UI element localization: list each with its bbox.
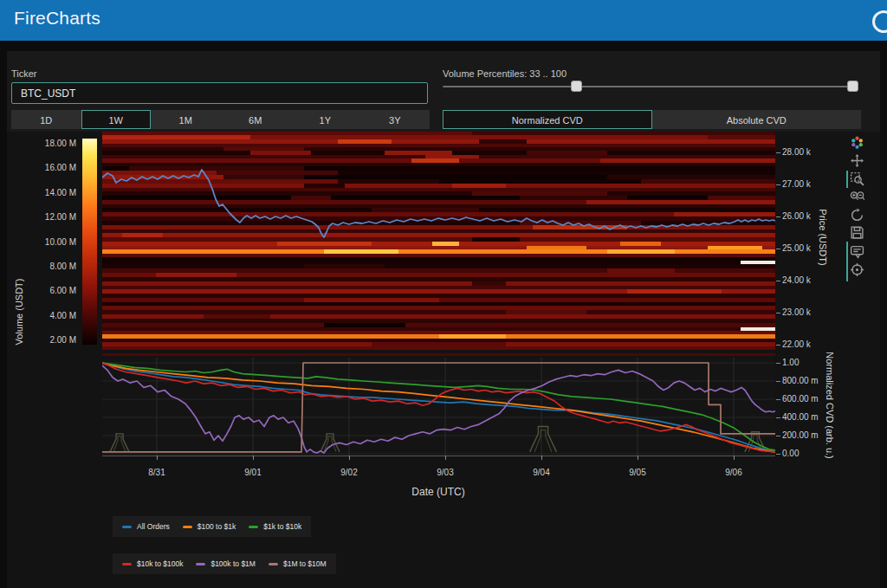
legend-label: $100 to $1k <box>197 522 236 531</box>
date-tick-label: 8/31 <box>135 468 178 477</box>
legend-item--1m-to-10m[interactable]: $1M to $10M <box>269 559 327 568</box>
legend-item--1k-to-10k[interactable]: $1k to $10k <box>249 522 301 531</box>
date-tick-label: 9/05 <box>616 468 659 477</box>
volume-percentiles-label: Volume Percentiles: 33 .. 100 <box>443 68 567 79</box>
tick-mark <box>776 249 780 249</box>
tick-mark <box>776 399 780 400</box>
date-tick-label: 9/04 <box>520 468 563 477</box>
legend-label: $1M to $10M <box>283 559 327 568</box>
volume-tick-label: 4.00 M <box>26 311 76 320</box>
price-tick-label: 25.00 k <box>782 243 811 253</box>
tick-mark <box>776 281 780 281</box>
legend-swatch <box>122 563 132 565</box>
colorbar-axis-title: Volume (USDT) <box>14 260 24 364</box>
date-tick-label: 9/02 <box>327 468 371 477</box>
percentile-slider-max-handle[interactable] <box>847 81 858 92</box>
legend-swatch <box>249 526 258 528</box>
range-button-1y[interactable]: 1Y <box>290 110 360 129</box>
zoom-in-out-icon[interactable] <box>850 190 864 204</box>
pan-icon[interactable] <box>850 153 864 168</box>
tick-mark <box>776 436 780 436</box>
volume-tick-label: 10.00 M <box>26 237 76 247</box>
heatmap-chart[interactable] <box>102 132 775 350</box>
legend-label: $1k to $10k <box>263 522 301 531</box>
cvd-tick-label: 400.00 m <box>782 412 819 422</box>
legend-row-1: All Orders$100 to $1k$1k to $10k <box>113 516 311 537</box>
cvd-button-absolute-cvd[interactable]: Absolute CVD <box>652 110 862 129</box>
firecharts-app: FireCharts Ticker Volume Percentiles: 33… <box>0 0 887 588</box>
volume-tick-label: 12.00 M <box>26 212 76 222</box>
chart-divider <box>102 353 775 356</box>
legend-swatch <box>269 563 278 565</box>
save-icon[interactable] <box>850 225 864 240</box>
legend-swatch <box>122 526 132 528</box>
volume-tick-label: 8.00 M <box>26 262 76 271</box>
tick-mark <box>349 456 350 460</box>
box-zoom-icon[interactable] <box>850 171 864 186</box>
tick-mark <box>776 152 780 153</box>
legend-label: All Orders <box>137 522 170 531</box>
volume-tick-label: 16.00 M <box>26 163 76 172</box>
app-title: FireCharts <box>14 8 100 29</box>
volume-tick-label: 6.00 M <box>26 286 76 295</box>
tooltip-active-indicator <box>846 242 848 281</box>
legend-swatch <box>196 563 205 565</box>
ticker-label: Ticker <box>11 68 37 79</box>
legend-item--100-to-1k[interactable]: $100 to $1k <box>183 522 236 531</box>
tick-mark <box>776 417 780 418</box>
price-tick-label: 23.00 k <box>782 307 811 317</box>
tick-mark <box>157 456 158 460</box>
ticker-input[interactable] <box>11 82 428 104</box>
legend-row-2: $10k to $100k$100k to $1M$1M to $10M <box>113 553 336 574</box>
range-button-6m[interactable]: 6M <box>221 110 291 129</box>
range-button-1m[interactable]: 1M <box>151 110 221 129</box>
legend-item--100k-to-1m[interactable]: $100k to $1M <box>196 559 256 568</box>
crosshair-icon[interactable] <box>850 262 864 277</box>
zoom-active-indicator <box>846 171 848 188</box>
volume-colorbar <box>82 139 97 345</box>
price-tick-label: 28.00 k <box>782 147 811 157</box>
cvd-tick-label: 1.00 <box>782 358 799 367</box>
cvd-tick-label: 600.00 m <box>782 394 819 404</box>
tick-mark <box>541 456 542 460</box>
legend-label: $100k to $1M <box>210 559 256 568</box>
percentile-slider-track[interactable] <box>443 86 858 87</box>
cvd-tick-label: 800.00 m <box>782 376 819 385</box>
price-axis-title: Price (USDT) <box>818 185 828 289</box>
cvd-button-group: Normalized CVDAbsolute CVD <box>443 110 861 129</box>
tick-mark <box>776 363 780 364</box>
range-button-3y[interactable]: 3Y <box>360 110 431 129</box>
tick-mark <box>253 456 254 460</box>
legend-item-all-orders[interactable]: All Orders <box>122 522 170 531</box>
app-header: FireCharts <box>0 0 887 41</box>
volume-tick-label: 2.00 M <box>26 335 76 345</box>
cvd-chart[interactable] <box>102 358 775 457</box>
range-button-group: 1D1W1M6M1Y3Y <box>11 110 430 129</box>
volume-tick-label: 14.00 M <box>26 188 76 197</box>
github-icon[interactable] <box>872 10 887 33</box>
range-button-1w[interactable]: 1W <box>81 110 152 129</box>
autoscale-icon[interactable] <box>850 208 864 223</box>
cvd-tick-label: 0.00 <box>782 449 799 458</box>
price-tick-label: 26.00 k <box>782 211 811 221</box>
tick-mark <box>445 456 446 460</box>
price-tick-label: 27.00 k <box>782 179 811 189</box>
plotly-logo-icon[interactable] <box>850 135 864 150</box>
tick-mark <box>776 381 780 382</box>
hover-tooltip-icon[interactable] <box>850 244 864 259</box>
tick-mark <box>734 456 735 460</box>
tick-mark <box>776 345 780 346</box>
legend-label: $10k to $100k <box>137 559 183 568</box>
volume-tick-label: 18.00 M <box>26 139 76 148</box>
range-button-1d[interactable]: 1D <box>11 110 81 129</box>
date-tick-label: 9/01 <box>231 468 275 477</box>
percentile-slider-min-handle[interactable] <box>571 81 582 92</box>
tick-mark <box>776 216 780 217</box>
date-axis-title: Date (UTC) <box>386 486 490 498</box>
tick-mark <box>776 313 780 313</box>
cvd-tick-label: 200.00 m <box>782 430 819 440</box>
price-tick-label: 22.00 k <box>782 339 811 349</box>
cvd-button-normalized-cvd[interactable]: Normalized CVD <box>443 110 652 129</box>
legend-item--10k-to-100k[interactable]: $10k to $100k <box>122 559 183 568</box>
date-tick-label: 9/03 <box>424 468 467 477</box>
